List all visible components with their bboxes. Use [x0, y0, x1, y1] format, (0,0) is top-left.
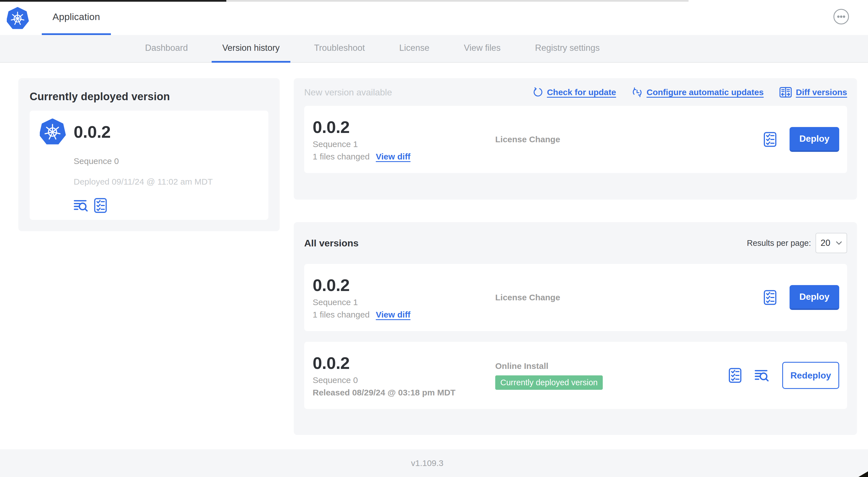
deploy-button[interactable]: Deploy — [789, 285, 839, 310]
row-released-timestamp: Released 08/29/24 @ 03:18 pm MDT — [313, 388, 456, 397]
chevron-down-icon — [836, 241, 842, 245]
left-column: Currently deployed version — [18, 78, 280, 231]
diff-versions-link[interactable]: Diff versions — [779, 87, 847, 98]
tab-bar: Dashboard Version history Troubleshoot L… — [0, 35, 868, 63]
redeploy-button[interactable]: Redeploy — [782, 362, 839, 389]
preflight-checklist-icon[interactable] — [764, 290, 777, 305]
preflight-checklist-icon[interactable] — [764, 132, 777, 147]
currently-deployed-badge: Currently deployed version — [495, 376, 603, 390]
currently-deployed-inner-card: 0.0.2 Sequence 0 Deployed 09/11/24 @ 11:… — [30, 111, 268, 220]
check-for-update-link[interactable]: Check for update — [532, 87, 616, 98]
tab-registry-settings[interactable]: Registry settings — [524, 35, 610, 63]
top-edge-dark-strip — [0, 0, 226, 2]
row-files-changed: 1 files changed — [313, 310, 370, 320]
kubernetes-logo-icon — [7, 7, 29, 30]
deployed-sequence: Sequence 0 — [74, 156, 260, 166]
tab-version-history[interactable]: Version history — [212, 35, 290, 63]
top-edge-light-strip — [226, 0, 688, 2]
deploy-logs-icon[interactable] — [74, 199, 88, 212]
results-per-page-label: Results per page: — [747, 239, 811, 248]
app-header: Application — [0, 0, 868, 35]
tab-dashboard[interactable]: Dashboard — [134, 35, 199, 63]
row-status-label: Online Install — [495, 361, 728, 371]
kubernetes-app-icon — [40, 119, 66, 145]
deploy-logs-icon[interactable] — [754, 368, 769, 383]
all-versions-title: All versions — [304, 238, 359, 249]
tab-view-files[interactable]: View files — [453, 35, 511, 63]
row-sequence: Sequence 1 — [313, 297, 495, 307]
version-row-sequence-1: 0.0.2 Sequence 1 1 files changed View di… — [304, 264, 847, 331]
configure-automatic-updates-link[interactable]: Configure automatic updates — [632, 87, 764, 98]
row-status-label: License Change — [495, 135, 764, 144]
all-versions-section: All versions Results per page: 20 — [294, 222, 857, 435]
refresh-icon — [532, 87, 543, 98]
view-diff-link[interactable]: View diff — [376, 152, 410, 161]
new-version-title: New version available — [304, 87, 392, 98]
deployed-version-number: 0.0.2 — [74, 122, 111, 142]
preflight-checklist-icon[interactable] — [94, 198, 107, 213]
new-version-row: 0.0.2 Sequence 1 1 files changed View di… — [304, 106, 847, 173]
view-diff-link[interactable]: View diff — [376, 310, 410, 320]
diff-icon — [779, 87, 792, 98]
preflight-checklist-icon[interactable] — [728, 368, 742, 383]
currently-deployed-card: Currently deployed version — [18, 78, 280, 231]
main-content: Currently deployed version — [0, 63, 868, 435]
deployed-timestamp: Deployed 09/11/24 @ 11:02 am MDT — [74, 177, 260, 186]
version-row-sequence-0: 0.0.2 Sequence 0 Released 08/29/24 @ 03:… — [304, 342, 847, 409]
app-title: Application — [53, 11, 100, 22]
app-title-tab[interactable]: Application — [42, 0, 111, 35]
row-version-number: 0.0.2 — [313, 275, 495, 295]
row-files-changed: 1 files changed — [313, 152, 370, 161]
clock-refresh-icon — [632, 87, 643, 98]
tab-license[interactable]: License — [389, 35, 440, 63]
console-version: v1.109.3 — [411, 458, 443, 468]
tab-troubleshoot[interactable]: Troubleshoot — [303, 35, 376, 63]
app-footer: v1.109.3 — [0, 449, 868, 477]
row-status-label: License Change — [495, 293, 764, 302]
results-per-page-select[interactable]: 20 — [815, 233, 847, 253]
new-version-section: New version available Check for update — [294, 78, 857, 200]
right-column: New version available Check for update — [294, 78, 857, 435]
row-version-number: 0.0.2 — [313, 353, 495, 373]
row-sequence: Sequence 1 — [313, 140, 495, 149]
currently-deployed-title: Currently deployed version — [30, 91, 268, 103]
deploy-button[interactable]: Deploy — [789, 127, 839, 152]
row-version-number: 0.0.2 — [313, 117, 495, 137]
more-menu-button[interactable] — [833, 8, 849, 25]
row-sequence: Sequence 0 — [313, 376, 495, 385]
